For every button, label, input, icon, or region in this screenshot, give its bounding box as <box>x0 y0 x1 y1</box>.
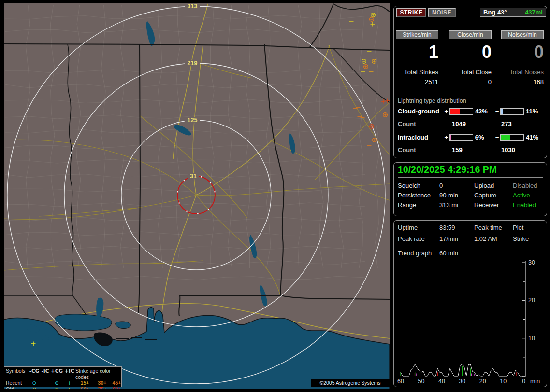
upload-value: Disabled <box>513 182 537 189</box>
svg-text:30: 30 <box>528 259 535 266</box>
ic-plus-pct: 6% <box>475 134 494 141</box>
status-panel: 10/20/2025 4:29:16 PM Squelch 0 Upload D… <box>393 162 547 216</box>
total-close-value: 0 <box>449 78 492 85</box>
receiver-value: Enabled <box>513 201 536 209</box>
datetime-display: 10/20/2025 4:29:16 PM <box>398 164 543 178</box>
intracloud-row: Intracloud + 6% − 41% <box>398 134 545 141</box>
age-90: 90+ <box>110 386 123 389</box>
noises-column: Noises/min 0 Total Noises 168 <box>501 30 544 85</box>
total-close-label: Total Close <box>449 69 492 76</box>
svg-text:40: 40 <box>438 378 445 385</box>
age-45: 45+ <box>110 380 123 386</box>
legend-age-title: Strike age color codes <box>75 368 123 380</box>
distribution-title: Lightning type distribution <box>398 98 543 106</box>
svg-text:31: 31 <box>190 173 197 180</box>
svg-text:20: 20 <box>479 378 486 385</box>
legend-symbols-header: Symbols <box>6 368 29 380</box>
legend-col-pos-ic: +IC <box>63 368 75 380</box>
persistence-value: 90 min <box>439 192 458 199</box>
radar-map[interactable]: 31321912531 Symbols -CG -IC +CG +IC Stri… <box>4 3 390 389</box>
minus-sign: − <box>494 108 501 115</box>
squelch-label: Squelch <box>398 182 420 189</box>
persistence-label: Persistence <box>398 192 431 199</box>
squelch-value: 0 <box>439 182 443 189</box>
cg-plus-pct: 42% <box>475 108 494 115</box>
age-15: 15+ <box>75 380 94 386</box>
total-strikes-value: 2511 <box>396 78 438 85</box>
svg-text:125: 125 <box>188 117 198 124</box>
neg-cg-old-icon: ⊖ <box>29 386 40 389</box>
ic-count-label: Count <box>398 146 416 154</box>
trend-chart: 3020106050403020100min <box>394 221 547 386</box>
close-per-min-chip[interactable]: Close/min <box>449 30 492 39</box>
total-noises-value: 168 <box>501 78 544 85</box>
map-legend: Symbols -CG -IC +CG +IC Strike age color… <box>4 366 122 387</box>
legend-col-pos-cg: +CG <box>50 368 63 380</box>
strikes-column: Strikes/min 1 Total Strikes 2511 <box>396 30 438 85</box>
neg-cg-recent-icon: ⊖ <box>29 380 40 386</box>
svg-text:10: 10 <box>528 335 535 342</box>
ic-plus-bar <box>449 134 473 141</box>
plus-sign: + <box>443 134 449 141</box>
svg-text:min: min <box>530 378 540 385</box>
age-75: 75+ <box>94 386 110 389</box>
range-value: 313 mi <box>439 201 458 209</box>
noise-toggle-button[interactable]: NOISE <box>428 8 456 17</box>
cg-count-label: Count <box>398 120 416 127</box>
svg-text:0: 0 <box>522 378 525 385</box>
bearing-value: Bng 43° <box>483 9 507 16</box>
cloud-ground-row: Cloud-ground + 42% − 11% <box>398 108 545 115</box>
svg-text:20: 20 <box>528 297 535 304</box>
capture-label: Capture <box>474 192 496 199</box>
close-column: Close/min 0 Total Close 0 <box>449 30 492 85</box>
svg-text:10: 10 <box>500 378 507 385</box>
bearing-distance-display: Bng 43° 437mi <box>480 8 546 17</box>
pos-cg-recent-icon: ⊕ <box>50 380 63 386</box>
svg-text:313: 313 <box>188 3 198 10</box>
cloud-ground-label: Cloud-ground <box>398 108 443 115</box>
total-strikes-label: Total Strikes <box>396 69 438 76</box>
range-label: Range <box>398 201 416 209</box>
legend-row-recent: Recent <box>6 380 29 386</box>
receiver-label: Receiver <box>474 201 499 209</box>
legend-row-old: Old <box>6 386 29 389</box>
cg-minus-count: 273 <box>501 120 512 127</box>
svg-text:60: 60 <box>397 378 404 385</box>
nexstorm-app: { "header": { "strike_label": "STRIKE", … <box>0 0 550 392</box>
pos-ic-old-icon: + <box>63 386 75 389</box>
pos-ic-recent-icon: + <box>63 380 75 386</box>
ic-minus-count: 1030 <box>501 146 515 154</box>
pos-cg-old-icon: ⊕ <box>50 386 63 389</box>
strikes-per-min-chip[interactable]: Strikes/min <box>396 30 438 39</box>
cg-minus-bar <box>500 108 524 115</box>
total-noises-label: Total Noises <box>501 69 544 76</box>
neg-ic-old-icon: − <box>40 386 50 389</box>
upload-label: Upload <box>474 182 494 189</box>
ic-plus-count: 159 <box>452 146 463 154</box>
copyright-notice: ©2005 Astrogenic Systems <box>311 379 390 387</box>
minus-sign: − <box>494 134 501 141</box>
plus-sign: + <box>443 108 449 115</box>
strike-toggle-button[interactable]: STRIKE <box>396 8 426 17</box>
legend-col-neg-ic: -IC <box>40 368 50 380</box>
intracloud-label: Intracloud <box>398 134 443 141</box>
legend-col-neg-cg: -CG <box>29 368 40 380</box>
ic-minus-pct: 41% <box>526 134 545 141</box>
ic-minus-bar <box>500 134 524 141</box>
svg-text:30: 30 <box>459 378 465 385</box>
noises-per-min-value: 0 <box>501 43 544 61</box>
distance-value: 437mi <box>525 9 543 16</box>
noises-per-min-chip[interactable]: Noises/min <box>501 30 544 39</box>
strikes-per-min-value: 1 <box>396 43 438 61</box>
svg-text:219: 219 <box>188 60 198 67</box>
cg-plus-count: 1049 <box>452 120 466 127</box>
age-30: 30+ <box>94 380 110 386</box>
cg-minus-pct: 11% <box>526 108 545 115</box>
neg-ic-recent-icon: − <box>40 380 50 386</box>
close-per-min-value: 0 <box>449 43 492 61</box>
age-60: 60+ <box>75 386 94 389</box>
trend-panel: Uptime 83:59 Peak time Plot Peak rate 17… <box>393 220 547 387</box>
capture-value: Active <box>513 192 530 199</box>
cg-plus-bar <box>449 108 473 115</box>
statistics-panel: STRIKE NOISE Bng 43° 437mi Strikes/min 1… <box>393 6 547 158</box>
